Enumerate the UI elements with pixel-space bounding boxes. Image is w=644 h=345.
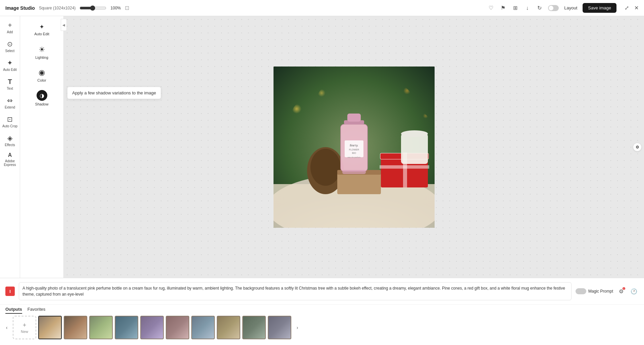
thumbnail-9[interactable] — [242, 316, 266, 339]
thumbnail-2[interactable] — [64, 316, 87, 339]
thumbnail-3[interactable] — [89, 316, 113, 339]
sidebar-item-add[interactable]: + Add — [1, 19, 19, 36]
thumbnail-10[interactable] — [268, 316, 291, 339]
image-size: Square (1024x1024) — [39, 6, 76, 10]
topbar: Image Studio Square (1024x1024) 100% ⊡ ♡… — [0, 0, 644, 16]
tab-favorites[interactable]: Favorites — [28, 307, 45, 314]
sidebar-item-auto-crop[interactable]: ⊡ Auto Crop — [1, 113, 19, 130]
thumb-image-4 — [115, 316, 138, 339]
panel-collapse-button[interactable]: ◀ — [61, 19, 67, 31]
refresh-icon[interactable]: ↻ — [536, 5, 543, 11]
app-title: Image Studio — [5, 5, 35, 11]
effects-icon: ◈ — [7, 134, 12, 142]
history-icon: 🕐 — [631, 288, 637, 295]
layout-toggle[interactable] — [548, 5, 559, 11]
flag-icon[interactable]: ⚑ — [500, 5, 506, 11]
zoom-control[interactable] — [80, 5, 106, 11]
tool-auto-edit-icon: ✦ — [39, 23, 44, 31]
zoom-value: 100% — [110, 6, 121, 10]
auto-edit-icon: ✦ — [7, 59, 13, 67]
tool-shadow[interactable]: ◑ Shadow — [23, 87, 60, 109]
thumbnail-5[interactable] — [140, 316, 164, 339]
thumb-image-10 — [268, 316, 291, 339]
magic-prompt-toggle[interactable]: Magic Prompt — [576, 288, 613, 294]
settings-button[interactable]: ⚙ 1 — [616, 287, 626, 296]
svg-rect-10 — [380, 165, 429, 169]
prompt-right-controls: Magic Prompt ⚙ 1 🕐 — [576, 287, 639, 296]
left-sidebar: + Add ⊙ Select ✦ Auto Edit T Text ⇔ Exte… — [0, 16, 20, 278]
new-label: New — [21, 330, 28, 334]
canvas-image-content: fine'ry. FLOWER BIO eau de parfum — [274, 67, 435, 228]
thumb-new-button[interactable]: + New — [13, 316, 36, 339]
sidebar-item-extend[interactable]: ⇔ Extend — [1, 94, 19, 112]
select-icon: ⊙ — [7, 40, 13, 48]
svg-rect-15 — [401, 134, 428, 164]
magic-prompt-label: Magic Prompt — [588, 289, 613, 294]
thumbnail-4[interactable] — [115, 316, 138, 339]
thumb-image-8 — [217, 316, 240, 339]
tool-lighting-icon: ☀ — [39, 45, 45, 54]
thumb-image-3 — [90, 316, 112, 339]
main-area: + Add ⊙ Select ✦ Auto Edit T Text ⇔ Exte… — [0, 16, 644, 278]
sidebar-item-auto-edit[interactable]: ✦ Auto Edit — [1, 56, 19, 74]
canvas-image: fine'ry. FLOWER BIO eau de parfum — [274, 67, 435, 228]
thumbnail-6[interactable] — [166, 316, 189, 339]
thumb-image-5 — [141, 316, 163, 339]
tool-color[interactable]: ◉ Color — [23, 64, 60, 86]
text-icon: T — [8, 78, 12, 86]
sidebar-item-effects[interactable]: ◈ Effects — [1, 132, 19, 149]
layout-label[interactable]: Layout — [564, 5, 577, 10]
svg-text:fine'ry.: fine'ry. — [350, 144, 358, 147]
thumb-image-1 — [39, 316, 61, 339]
tool-shadow-icon: ◑ — [37, 90, 47, 101]
add-icon: + — [8, 21, 12, 29]
thumb-image-6 — [166, 316, 189, 339]
thumb-prev-button[interactable]: ‹ — [3, 324, 11, 332]
svg-point-4 — [318, 87, 337, 106]
svg-point-16 — [401, 130, 428, 137]
topbar-actions: ♡ ⚑ ⊞ ↓ ↻ Layout Save image ⤢ ✕ — [488, 3, 639, 13]
thumb-image-7 — [192, 316, 214, 339]
thumbnails-row: ‹ + New — [0, 314, 644, 341]
tab-outputs[interactable]: Outputs — [5, 307, 22, 314]
svg-point-5 — [391, 87, 411, 107]
close-icon[interactable]: ✕ — [634, 5, 639, 11]
download-icon[interactable]: ↓ — [524, 5, 531, 11]
zoom-slider[interactable] — [80, 5, 106, 11]
svg-point-6 — [414, 113, 429, 128]
sidebar-item-text[interactable]: T Text — [1, 75, 19, 93]
thumb-next-button[interactable]: › — [293, 324, 301, 332]
badge-count: 1 — [623, 287, 625, 290]
canvas-area: fine'ry. FLOWER BIO eau de parfum ⚙ — [64, 16, 644, 278]
new-plus-icon: + — [23, 322, 27, 329]
save-button[interactable]: Save image — [583, 3, 616, 13]
grid-icon[interactable]: ⊞ — [512, 5, 518, 11]
history-button[interactable]: 🕐 — [629, 287, 639, 296]
svg-rect-26 — [342, 170, 366, 174]
svg-rect-18 — [347, 114, 361, 122]
right-panel-toggle[interactable]: ⚙ — [633, 143, 641, 151]
auto-crop-icon: ⊡ — [7, 115, 13, 123]
fit-icon[interactable]: ⊡ — [125, 5, 129, 11]
extend-icon: ⇔ — [7, 96, 13, 104]
svg-text:eau de parfum: eau de parfum — [347, 156, 360, 158]
outputs-tabs: Outputs Favorites — [0, 305, 644, 314]
tool-auto-edit[interactable]: ✦ Auto Edit — [23, 19, 60, 40]
heart-icon[interactable]: ♡ — [488, 5, 494, 11]
sidebar-item-select[interactable]: ⊙ Select — [1, 38, 19, 55]
thumbnail-1[interactable] — [38, 316, 62, 339]
magic-toggle-track[interactable] — [576, 288, 586, 294]
svg-text:FLOWER: FLOWER — [349, 148, 359, 151]
prompt-textarea[interactable]: A high-quality photo of a translucent pi… — [19, 282, 572, 300]
tool-lighting[interactable]: ☀ Lighting — [23, 42, 60, 63]
sidebar-item-adobe-express[interactable]: A Adobe Express — [1, 150, 19, 168]
thumb-image-9 — [243, 316, 265, 339]
prompt-icon: I — [5, 287, 15, 296]
prompt-row: I A high-quality photo of a translucent … — [0, 278, 644, 305]
expand-icon[interactable]: ⤢ — [625, 5, 629, 11]
thumbnail-7[interactable] — [191, 316, 215, 339]
perfume-illustration: fine'ry. FLOWER BIO eau de parfum — [274, 67, 435, 228]
bottom-area: I A high-quality photo of a translucent … — [0, 278, 644, 345]
thumbnail-8[interactable] — [217, 316, 240, 339]
shadow-tooltip: Apply a few shadow variations to the ima… — [67, 87, 161, 99]
